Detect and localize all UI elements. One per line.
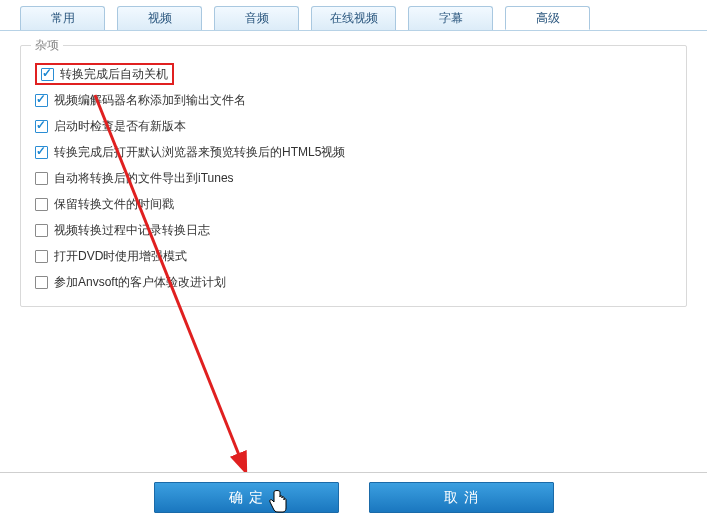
option-label: 转换完成后自动关机 <box>60 66 168 83</box>
tab-label: 在线视频 <box>330 11 378 25</box>
tab-5[interactable]: 高级 <box>505 6 590 30</box>
option-label: 参加Anvsoft的客户体验改进计划 <box>54 274 226 291</box>
option-label: 保留转换文件的时间戳 <box>54 196 174 213</box>
tab-label: 常用 <box>51 11 75 25</box>
option-row[interactable]: 参加Anvsoft的客户体验改进计划 <box>35 270 672 294</box>
tab-label: 音频 <box>245 11 269 25</box>
option-row[interactable]: 视频转换过程中记录转换日志 <box>35 218 672 242</box>
group-title: 杂项 <box>31 37 63 54</box>
option-label: 打开DVD时使用增强模式 <box>54 248 187 265</box>
option-row[interactable]: 保留转换文件的时间戳 <box>35 192 672 216</box>
option-label: 启动时检查是否有新版本 <box>54 118 186 135</box>
option-checkbox[interactable] <box>41 68 54 81</box>
footer-bar: 确定 取消 <box>0 472 707 522</box>
option-label: 视频转换过程中记录转换日志 <box>54 222 210 239</box>
option-row[interactable]: 自动将转换后的文件导出到iTunes <box>35 166 672 190</box>
tab-label: 视频 <box>148 11 172 25</box>
tab-label: 高级 <box>536 11 560 25</box>
option-checkbox[interactable] <box>35 146 48 159</box>
tab-3[interactable]: 在线视频 <box>311 6 396 30</box>
option-row[interactable]: 视频编解码器名称添加到输出文件名 <box>35 88 672 112</box>
option-checkbox[interactable] <box>35 120 48 133</box>
option-checkbox[interactable] <box>35 94 48 107</box>
options-group: 杂项 转换完成后自动关机视频编解码器名称添加到输出文件名启动时检查是否有新版本转… <box>20 45 687 307</box>
option-checkbox[interactable] <box>35 224 48 237</box>
ok-button[interactable]: 确定 <box>154 482 339 513</box>
highlight-box: 转换完成后自动关机 <box>35 63 174 85</box>
cancel-button[interactable]: 取消 <box>369 482 554 513</box>
option-checkbox[interactable] <box>35 276 48 289</box>
option-checkbox[interactable] <box>35 172 48 185</box>
tab-1[interactable]: 视频 <box>117 6 202 30</box>
option-checkbox[interactable] <box>35 198 48 211</box>
option-row[interactable]: 转换完成后自动关机 <box>35 62 672 86</box>
option-row[interactable]: 打开DVD时使用增强模式 <box>35 244 672 268</box>
tab-4[interactable]: 字幕 <box>408 6 493 30</box>
tab-2[interactable]: 音频 <box>214 6 299 30</box>
option-label: 视频编解码器名称添加到输出文件名 <box>54 92 246 109</box>
option-row[interactable]: 启动时检查是否有新版本 <box>35 114 672 138</box>
option-label: 自动将转换后的文件导出到iTunes <box>54 170 234 187</box>
option-label: 转换完成后打开默认浏览器来预览转换后的HTML5视频 <box>54 144 345 161</box>
tabs-bar: 常用视频音频在线视频字幕高级 <box>0 0 707 31</box>
option-checkbox[interactable] <box>35 250 48 263</box>
option-row[interactable]: 转换完成后打开默认浏览器来预览转换后的HTML5视频 <box>35 140 672 164</box>
tab-label: 字幕 <box>439 11 463 25</box>
content-area: 杂项 转换完成后自动关机视频编解码器名称添加到输出文件名启动时检查是否有新版本转… <box>0 31 707 307</box>
tab-0[interactable]: 常用 <box>20 6 105 30</box>
